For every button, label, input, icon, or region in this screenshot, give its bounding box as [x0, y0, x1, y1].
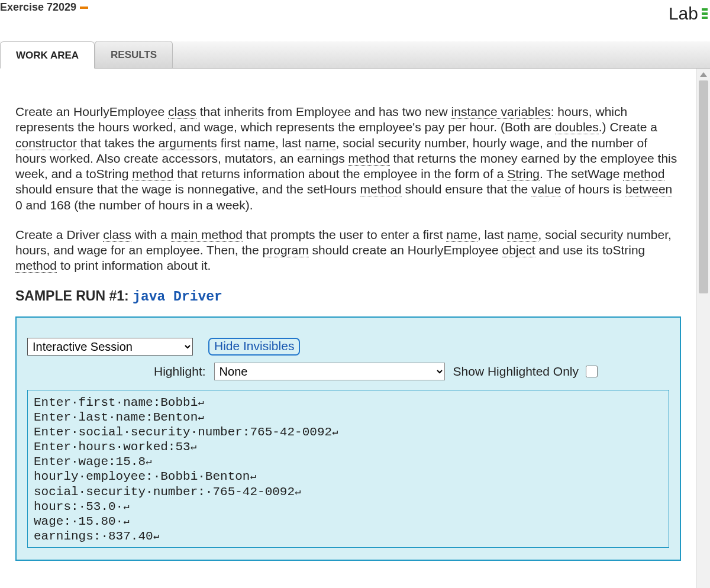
terminal-line: Enter·hours·worked:53↵: [34, 440, 663, 454]
lab-label: Lab: [669, 4, 698, 24]
newline-icon: ↵: [198, 412, 204, 423]
terminal-line: earnings:·837.40↵: [34, 529, 663, 544]
terminal-line: hours:·53.0·↵: [34, 499, 663, 514]
newline-icon: ↵: [123, 501, 129, 512]
term-instance-variables[interactable]: instance variables: [451, 105, 551, 119]
term-program[interactable]: program: [263, 243, 309, 257]
terminal-line: social·security·number:·765-42-0092↵: [34, 484, 663, 499]
instructions-paragraph-2: Create a Driver class with a main method…: [15, 227, 681, 274]
tab-results[interactable]: RESULTS: [95, 41, 173, 68]
terminal-line: Enter·first·name:Bobbi↵: [34, 395, 663, 410]
term-method[interactable]: method: [623, 167, 664, 181]
terminal-line: Enter·last·name:Benton↵: [34, 410, 663, 425]
term-method[interactable]: method: [360, 182, 402, 196]
term-class[interactable]: class: [168, 105, 196, 119]
term-between[interactable]: between: [625, 182, 672, 196]
term-method[interactable]: method: [15, 259, 57, 273]
newline-icon: ↵: [295, 486, 301, 497]
terminal-line: wage:·15.80·↵: [34, 514, 663, 529]
lab-header: Lab: [669, 0, 708, 24]
exercise-label: Exercise 72029: [0, 1, 76, 14]
term-name[interactable]: name: [446, 228, 477, 242]
term-name[interactable]: name: [305, 136, 336, 150]
newline-icon: ↵: [146, 456, 151, 467]
terminal-output: Enter·first·name:Bobbi↵Enter·last·name:B…: [27, 390, 669, 548]
term-string[interactable]: String: [507, 167, 540, 181]
newline-icon: ↵: [153, 531, 159, 542]
newline-icon: ↵: [250, 471, 256, 482]
newline-icon: ↵: [123, 516, 129, 527]
terminal-line: Enter·social·security·number:765-42-0092…: [34, 425, 663, 440]
session-panel: Interactive Session Hide Invisibles High…: [15, 316, 681, 561]
term-doubles[interactable]: doubles: [555, 120, 599, 134]
newline-icon: ↵: [198, 397, 204, 408]
term-main-method[interactable]: main method: [171, 228, 243, 242]
term-arguments[interactable]: arguments: [159, 136, 217, 150]
term-name[interactable]: name: [507, 228, 538, 242]
term-class[interactable]: class: [103, 228, 131, 242]
show-highlighted-only-checkbox[interactable]: [586, 366, 598, 377]
hide-invisibles-button[interactable]: Hide Invisibles: [208, 338, 300, 356]
term-constructor[interactable]: constructor: [15, 136, 77, 150]
highlight-select[interactable]: None: [214, 363, 445, 380]
menu-icon[interactable]: [702, 8, 708, 19]
scroll-thumb[interactable]: [699, 80, 708, 293]
sample-run-heading: SAMPLE RUN #1: java Driver: [15, 288, 681, 305]
collapse-icon[interactable]: [80, 7, 88, 9]
sample-run-command: java Driver: [133, 289, 222, 305]
term-method[interactable]: method: [348, 151, 390, 166]
instructions: Create an HourlyEmployee class that inhe…: [15, 104, 681, 274]
newline-icon: ↵: [332, 427, 338, 438]
show-highlighted-only-label[interactable]: Show Highlighted Only: [453, 364, 599, 379]
terminal-line: hourly·employee:·Bobbi·Benton↵: [34, 469, 663, 484]
scrollbar[interactable]: [697, 69, 710, 588]
tab-work-area[interactable]: WORK AREA: [0, 41, 95, 69]
term-value[interactable]: value: [531, 182, 561, 196]
highlight-label: Highlight:: [154, 364, 206, 379]
term-object[interactable]: object: [502, 243, 535, 257]
term-method[interactable]: method: [132, 167, 173, 181]
scroll-up-icon[interactable]: [700, 72, 707, 77]
exercise-title: Exercise 72029: [0, 0, 88, 14]
term-name[interactable]: name: [244, 136, 275, 150]
sample-run-label: SAMPLE RUN #1:: [15, 288, 133, 303]
terminal-line: Enter·wage:15.8↵: [34, 454, 663, 469]
instructions-paragraph-1: Create an HourlyEmployee class that inhe…: [15, 104, 681, 213]
work-area-content: Create an HourlyEmployee class that inhe…: [0, 69, 697, 588]
newline-icon: ↵: [191, 441, 196, 453]
session-mode-select[interactable]: Interactive Session: [27, 338, 193, 356]
tab-bar: WORK AREA RESULTS: [0, 41, 710, 69]
